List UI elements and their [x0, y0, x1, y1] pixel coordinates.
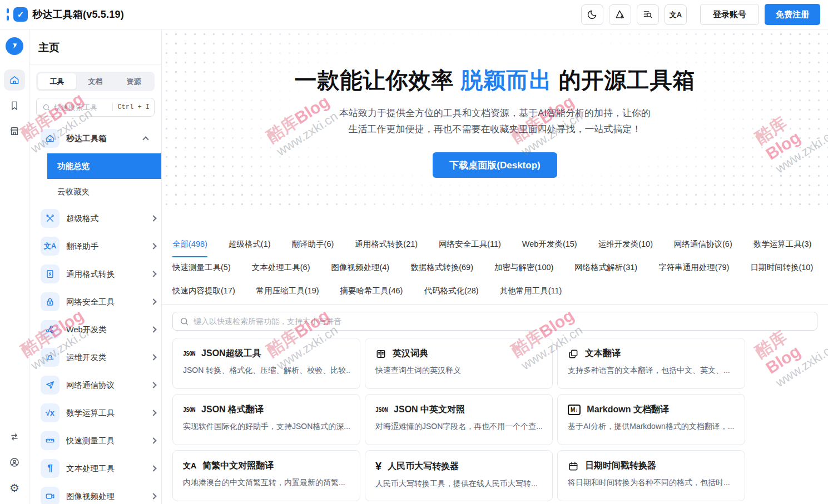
category-tab[interactable]: 其他常用工具(11)	[500, 281, 562, 304]
left-rail: ⚙	[0, 29, 29, 504]
sidebar: 主页 工具 文档 资源 Ctrl + I 秒达工具箱	[29, 29, 162, 504]
hero-subtitle: 本站致力于提供全方位的工具和文档资源，基于AI智能分析的加持，让你的 生活工作更…	[162, 105, 828, 137]
tree-leaf-overview[interactable]: 功能总览	[47, 153, 161, 179]
rail-settings-button[interactable]: ⚙	[4, 477, 25, 498]
tool-search-input[interactable]	[194, 317, 810, 326]
sidebar-group-math[interactable]: √x 数学运算工具	[29, 399, 161, 427]
sidebar-group-ops-dev[interactable]: 运维开发类	[29, 343, 161, 371]
category-tab[interactable]: 字符串通用处理(79)	[658, 257, 729, 281]
calendar-icon	[568, 461, 579, 472]
category-tab[interactable]: 快速内容提取(17)	[172, 281, 235, 304]
tab-tools[interactable]: 工具	[38, 73, 76, 89]
sidebar-group-network-security[interactable]: 网络安全工具	[29, 288, 161, 316]
category-tab[interactable]: 通用格式转换(21)	[355, 234, 418, 257]
sidebar-group-super-format[interactable]: 超级格式	[29, 204, 161, 232]
bookmark-icon	[9, 100, 20, 111]
json-icon: JSON	[375, 407, 388, 413]
avatar[interactable]	[6, 37, 23, 55]
tool-card-simplified-traditional[interactable]: 文A 简繁中文对照翻译 内地港澳台的中文简繁互转，内置最新的简繁...	[172, 450, 360, 501]
page: ✓ 秒达工具箱(v5.5.19) 文A 登录账号 免费注册	[0, 0, 828, 504]
category-tab[interactable]: 超级格式(1)	[229, 234, 271, 257]
tree-children: 功能总览 云收藏夹	[47, 153, 161, 204]
chevron-right-icon	[150, 465, 156, 471]
category-tabs: 全部(498) 超级格式(1) 翻译助手(6) 通用格式转换(21) 网络安全工…	[162, 234, 828, 305]
category-tab[interactable]: 网络通信协议(6)	[674, 234, 732, 257]
sidebar-group-text[interactable]: ¶ 文本处理工具	[29, 455, 161, 482]
tree-root-toolbox[interactable]: 秒达工具箱	[29, 126, 161, 153]
sidebar-group-image-video[interactable]: 图像视频处理	[29, 482, 161, 504]
pilcrow-icon: ¶	[41, 459, 60, 478]
book-icon	[375, 348, 386, 360]
quick-actions-button[interactable]	[609, 4, 631, 25]
sidebar-tree: 秒达工具箱 功能总览 云收藏夹 超级格式 文A 翻译助手	[29, 126, 161, 504]
file-zap-icon	[41, 265, 60, 283]
chevron-right-icon	[150, 493, 156, 499]
category-tab[interactable]: 加密与解密(100)	[494, 257, 553, 281]
sidebar-group-network-protocol[interactable]: 网络通信协议	[29, 371, 161, 399]
category-tab[interactable]: 文本处理工具(6)	[252, 257, 310, 281]
category-tab-all[interactable]: 全部(498)	[172, 234, 207, 257]
register-button[interactable]: 免费注册	[765, 4, 820, 25]
tool-card-json-translate[interactable]: JSON JSON 格式翻译 实现软件国际化的好助手，支持JSON格式的深...	[172, 394, 360, 445]
rail-store-button[interactable]	[4, 121, 25, 142]
video-icon	[41, 487, 60, 504]
category-tab[interactable]: 数学运算工具(3)	[753, 234, 812, 257]
tool-card-dictionary[interactable]: 英汉词典 快速查询生词的英汉释义	[365, 338, 553, 389]
category-tab[interactable]: 日期时间转换(10)	[750, 257, 813, 281]
lock-icon	[41, 292, 60, 311]
translate-icon: 文A	[670, 11, 682, 18]
tool-card-datetime-timestamp[interactable]: 日期时间戳转换器 将日期和时间转换为各种不同的格式，包括时...	[557, 450, 745, 501]
hero-title: 一款能让你效率 脱颖而出 的开源工具箱	[162, 65, 828, 96]
category-tab[interactable]: 翻译助手(6)	[292, 234, 334, 257]
tool-card-json-cn-en[interactable]: JSON JSON 中英文对照 对晦涩难懂的JSON字段名，再也不用一个个查..…	[365, 394, 553, 445]
lightning-triangle-icon	[614, 9, 626, 20]
search-list-button[interactable]	[637, 4, 659, 25]
markdown-icon: M↓	[568, 405, 581, 415]
category-tab[interactable]: 数据格式转换(69)	[410, 257, 473, 281]
sidebar-group-measure[interactable]: 快速测量工具	[29, 427, 161, 455]
tree-root-label: 秒达工具箱	[66, 133, 137, 144]
language-button[interactable]: 文A	[665, 4, 687, 25]
ops-hat-icon	[41, 348, 60, 367]
category-tab[interactable]: 图像视频处理(4)	[331, 257, 389, 281]
category-tab[interactable]: 运维开发类(10)	[598, 234, 653, 257]
tree-leaf-cloud-favorites[interactable]: 云收藏夹	[47, 179, 161, 204]
paper-plane-icon	[41, 376, 60, 395]
tool-card-markdown-translate[interactable]: M↓ Markdown 文档翻译 基于AI分析，提供Markdown格式的文档翻…	[557, 394, 745, 445]
dark-mode-button[interactable]	[581, 4, 603, 25]
download-desktop-button[interactable]: 下载桌面版(Desktop)	[433, 152, 557, 178]
search-icon	[42, 103, 51, 112]
tool-card-text-translate[interactable]: 文本翻译 支持多种语言的文本翻译，包括中文、英文、...	[557, 338, 745, 389]
sidebar-group-format-convert[interactable]: 通用格式转换	[29, 260, 161, 288]
category-tab[interactable]: 摘要哈希工具(46)	[340, 281, 403, 304]
translate-cn-icon: 文A	[41, 237, 60, 256]
login-button[interactable]: 登录账号	[700, 4, 759, 25]
category-tab[interactable]: 常用压缩工具(19)	[256, 281, 319, 304]
chevron-right-icon	[150, 215, 156, 221]
tool-card-rmb-uppercase[interactable]: ¥ 人民币大写转换器 人民币大写转换工具，提供在线人民币大写转...	[365, 450, 553, 501]
category-tab[interactable]: 网络安全工具(11)	[439, 234, 501, 257]
category-tab[interactable]: 网络格式解析(31)	[574, 257, 637, 281]
rail-home-button[interactable]	[4, 69, 25, 91]
tab-resources[interactable]: 资源	[115, 73, 153, 89]
json-icon: JSON	[183, 351, 195, 357]
user-circle-icon	[9, 457, 20, 468]
sidebar-search-input[interactable]	[54, 103, 109, 112]
swap-arrows-icon	[9, 431, 20, 442]
main-content: 一款能让你效率 脱颖而出 的开源工具箱 本站致力于提供全方位的工具和文档资源，基…	[162, 29, 828, 504]
chevron-right-icon	[150, 271, 156, 277]
tab-docs[interactable]: 文档	[76, 73, 115, 89]
category-tab[interactable]: 快速测量工具(5)	[172, 257, 231, 281]
logo-check-icon: ✓	[13, 7, 28, 22]
chevron-right-icon	[150, 326, 156, 332]
rail-bookmark-button[interactable]	[4, 95, 25, 116]
sidebar-group-web-dev[interactable]: Web开发类	[29, 316, 161, 343]
category-tab[interactable]: 代码格式化(28)	[424, 281, 478, 304]
rail-account-button[interactable]	[4, 452, 25, 473]
tool-card-json-super[interactable]: JSON JSON超级工具 JSON 转换、格式化、压缩、解析、校验、比较...	[172, 338, 360, 389]
category-tab[interactable]: Web开发类(15)	[522, 234, 577, 257]
page-title: 主页	[29, 29, 161, 64]
rail-collapse-button[interactable]	[4, 426, 25, 447]
logo-dashes	[7, 8, 9, 21]
sidebar-group-translate[interactable]: 文A 翻译助手	[29, 232, 161, 260]
